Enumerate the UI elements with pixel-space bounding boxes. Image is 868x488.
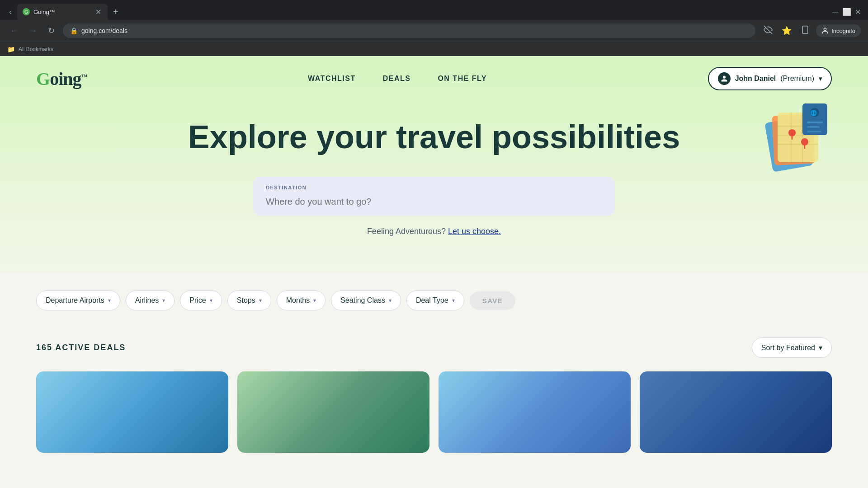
filters-section: Departure Airports ▾ Airlines ▾ Price ▾ … [0, 272, 868, 319]
deal-card-image [640, 371, 832, 453]
svg-rect-21 [807, 122, 823, 123]
sort-chevron-icon: ▾ [819, 343, 822, 352]
airlines-chevron-icon: ▾ [162, 297, 165, 304]
departure-airports-chevron-icon: ▾ [108, 297, 111, 304]
tab-bar: ‹ G Going™ ✕ + ─ ⬜ ✕ [0, 0, 868, 20]
svg-rect-22 [807, 126, 820, 128]
user-chevron-icon: ▾ [819, 75, 822, 82]
adventure-link[interactable]: Let us choose. [448, 227, 501, 236]
seating-class-label: Seating Class [340, 296, 385, 305]
destination-input[interactable] [253, 177, 615, 216]
sort-label: Sort by Featured [761, 344, 815, 352]
maximize-button[interactable]: ⬜ [842, 8, 851, 16]
eye-off-icon[interactable] [761, 23, 775, 39]
stops-filter[interactable]: Stops ▾ [227, 291, 271, 310]
sort-button[interactable]: Sort by Featured ▾ [752, 338, 832, 358]
nav-links: WATCHLIST DEALS ON THE FLY [308, 75, 487, 83]
deals-section: 165 ACTIVE DEALS Sort by Featured ▾ [0, 319, 868, 471]
logo[interactable]: Going G ™ Going™ [36, 68, 87, 89]
deal-type-chevron-icon: ▾ [452, 297, 455, 304]
airlines-label: Airlines [135, 296, 159, 305]
incognito-label: Incognito [831, 28, 855, 34]
deals-grid [36, 371, 832, 453]
stops-chevron-icon: ▾ [259, 297, 262, 304]
deal-card-image [439, 371, 631, 453]
address-actions: ⭐ Incognito [761, 23, 861, 39]
adventure-text: Feeling Adventurous? Let us choose. [36, 227, 832, 236]
filters-row: Departure Airports ▾ Airlines ▾ Price ▾ … [36, 291, 832, 310]
destination-input-wrap[interactable]: DESTINATION [253, 177, 615, 216]
tab-scroll-button[interactable]: ‹ [5, 5, 15, 19]
seating-class-filter[interactable]: Seating Class ▾ [331, 291, 401, 310]
map-illustration: 🌐 [760, 101, 832, 183]
logo-text: Going™ [36, 68, 87, 89]
refresh-button[interactable]: ↻ [45, 23, 57, 38]
browser-chrome: ‹ G Going™ ✕ + ─ ⬜ ✕ ← → ↻ 🔒 going.com/d… [0, 0, 868, 56]
hero-section: Going G ™ Going™ WATCHLIST DEALS ON THE … [0, 56, 868, 272]
hero-illustration: 🌐 [760, 101, 832, 183]
price-label: Price [189, 296, 206, 305]
nav-watchlist[interactable]: WATCHLIST [308, 75, 356, 83]
device-icon[interactable] [798, 23, 812, 39]
forward-button[interactable]: → [26, 23, 40, 38]
hero-content: Explore your travel possibilities [0, 101, 868, 272]
url-bar[interactable]: 🔒 going.com/deals [63, 23, 755, 38]
user-avatar-icon [718, 72, 731, 85]
svg-point-3 [824, 28, 826, 30]
airlines-filter[interactable]: Airlines ▾ [126, 291, 175, 310]
incognito-button[interactable]: Incognito [816, 24, 861, 37]
deal-card-image [237, 371, 429, 453]
price-filter[interactable]: Price ▾ [180, 291, 222, 310]
nav-deals[interactable]: DEALS [383, 75, 411, 83]
user-menu-button[interactable]: John Daniel (Premium) ▾ [708, 67, 832, 90]
user-badge: (Premium) [780, 75, 814, 83]
user-name: John Daniel [735, 75, 776, 83]
new-tab-button[interactable]: + [109, 5, 122, 19]
months-chevron-icon: ▾ [313, 297, 316, 304]
deal-card[interactable] [237, 371, 429, 453]
price-chevron-icon: ▾ [210, 297, 212, 304]
main-nav: Going G ™ Going™ WATCHLIST DEALS ON THE … [0, 56, 868, 101]
months-filter[interactable]: Months ▾ [277, 291, 326, 310]
active-tab[interactable]: G Going™ ✕ [17, 4, 108, 20]
departure-airports-label: Departure Airports [46, 296, 104, 305]
deal-card[interactable] [439, 371, 631, 453]
destination-label: DESTINATION [266, 185, 307, 190]
stops-label: Stops [237, 296, 255, 305]
deals-count: 165 ACTIVE DEALS [36, 343, 126, 352]
close-window-button[interactable]: ✕ [855, 8, 861, 16]
deal-card[interactable] [640, 371, 832, 453]
bookmarks-bar: 📁 All Bookmarks [0, 42, 868, 56]
svg-text:🌐: 🌐 [810, 109, 817, 116]
bookmarks-folder-icon: 📁 [7, 46, 15, 53]
hero-title: Explore your travel possibilities [36, 119, 832, 155]
url-text: going.com/deals [81, 27, 127, 34]
deals-header: 165 ACTIVE DEALS Sort by Featured ▾ [36, 338, 832, 358]
website: Going G ™ Going™ WATCHLIST DEALS ON THE … [0, 56, 868, 471]
address-bar: ← → ↻ 🔒 going.com/deals ⭐ [0, 20, 868, 42]
months-label: Months [286, 296, 310, 305]
seating-class-chevron-icon: ▾ [389, 297, 392, 304]
deal-card-image [36, 371, 228, 453]
deal-card[interactable] [36, 371, 228, 453]
lock-icon: 🔒 [70, 27, 78, 34]
tab-close-button[interactable]: ✕ [94, 7, 102, 17]
bookmarks-label: All Bookmarks [19, 46, 53, 52]
back-button[interactable]: ← [7, 23, 21, 38]
svg-rect-23 [807, 131, 821, 132]
adventure-static-text: Feeling Adventurous? [367, 227, 446, 236]
bookmark-star-icon[interactable]: ⭐ [779, 23, 794, 38]
tab-favicon: G [23, 8, 30, 15]
svg-rect-1 [802, 26, 808, 33]
deal-type-filter[interactable]: Deal Type ▾ [406, 291, 464, 310]
save-filter-button[interactable]: SAVE [470, 291, 516, 310]
deal-type-label: Deal Type [416, 296, 448, 305]
nav-on-the-fly[interactable]: ON THE FLY [438, 75, 487, 83]
minimize-button[interactable]: ─ [832, 7, 839, 17]
departure-airports-filter[interactable]: Departure Airports ▾ [36, 291, 120, 310]
tab-title: Going™ [33, 9, 91, 15]
